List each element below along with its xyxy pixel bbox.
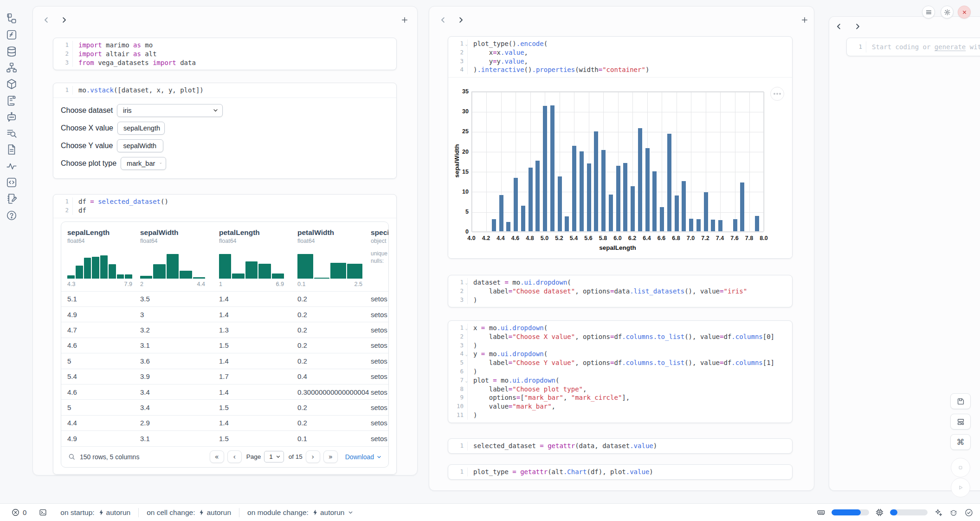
code-line[interactable]: 1⌄x = mo.ui.dropdown( [448,324,792,332]
code-line[interactable]: 1⌄dataset = mo.ui.dropdown( [448,278,792,287]
chevron-right-icon[interactable] [60,16,68,24]
chart-bar[interactable] [755,216,759,231]
check-circle-icon[interactable] [964,508,974,517]
document-icon[interactable] [6,143,18,156]
chart-bar[interactable] [616,166,620,232]
add-cell-plus-icon[interactable] [400,16,409,24]
chart-bar[interactable] [499,195,503,232]
table-row[interactable]: 4.42.91.40.2setos [61,415,388,430]
scratchpad-icon[interactable] [6,193,18,205]
code-line[interactable]: 9 options=["mark_bar", "mark_circle"], [448,393,792,402]
chart-bar[interactable] [558,176,562,231]
table-row[interactable]: 5.43.91.70.4setos [61,369,388,384]
chart-bar[interactable] [601,150,606,231]
activity-icon[interactable] [6,160,18,172]
last-page-button[interactable]: » [323,450,338,463]
stop-button[interactable] [951,458,970,477]
snippets-icon[interactable] [6,176,18,189]
code-line[interactable]: 3from vega_datasets import data [53,59,396,67]
choose-dataset-select[interactable]: iris [117,104,223,117]
chart-bar[interactable] [543,106,547,231]
code-line[interactable]: 10 value="mark_bar", [448,402,792,411]
on-cell-change-setting[interactable]: on cell change: autorun [147,508,231,517]
chart-bar[interactable] [492,219,496,231]
column-header-sepalLength[interactable]: sepalLengthfloat644.37.9 [67,228,140,287]
chart-bar[interactable] [696,219,701,231]
code-line[interactable]: 1selected_dataset = getattr(data, datase… [448,442,792,450]
fold-chevron-icon[interactable]: ⌄ [465,279,468,287]
chevron-left-icon[interactable] [42,16,51,24]
help-icon[interactable] [6,209,18,221]
code-line[interactable]: 3) [448,296,792,305]
chart-bar[interactable] [667,134,671,232]
chart-bar[interactable] [587,163,591,231]
table-row[interactable]: 4.63.11.50.2setos [61,338,388,353]
code-line[interactable]: 1import marimo as mo [53,41,396,50]
choose-x-value-select[interactable]: sepalLength [117,122,165,135]
code-line[interactable]: 8 label="Choose plot type", [448,385,792,394]
column-header-species[interactable]: speciesobjectuniquenulls: [371,228,388,287]
fold-chevron-icon[interactable]: ⌄ [465,324,468,333]
table-row[interactable]: 4.931.40.2setos [61,306,388,322]
cell-dataset-dropdown[interactable]: 1⌄dataset = mo.ui.dropdown(2 label="Choo… [448,275,793,307]
code-line[interactable]: 1df = selected_dataset() [53,197,396,206]
code-line[interactable]: 1plot_type = getattr(alt.Chart(df), plot… [448,468,792,476]
chart-bar[interactable] [638,128,642,232]
code-line[interactable]: 3) [448,341,792,350]
choose-plot-type-select[interactable]: mark_bar [121,157,166,170]
table-row[interactable]: 4.63.41.40.30000000000000004setos [61,384,388,399]
chart-bar[interactable] [565,216,569,231]
add-cell-plus-icon[interactable] [800,16,809,24]
first-page-button[interactable]: « [210,450,224,463]
column-header-petalLength[interactable]: petalLengthfloat6416.9 [219,228,297,287]
code-line[interactable]: 2import altair as alt [53,50,396,59]
on-startup-setting[interactable]: on startup: autorun [60,508,130,517]
chart-bar[interactable] [631,186,635,232]
chart-bar[interactable] [623,163,627,232]
fold-chevron-icon[interactable]: ⌄ [465,350,468,359]
cell-xy-plot-dropdowns[interactable]: 1⌄x = mo.ui.dropdown(2 label="Choose X v… [448,320,793,423]
code-line[interactable]: 4).interactive().properties(width="conta… [448,65,792,74]
chart-bar[interactable] [682,181,686,231]
chart-bar[interactable] [740,182,744,231]
page-select[interactable]: 1 [264,451,284,462]
file-tree-icon[interactable] [6,13,18,25]
chart-bar[interactable] [572,146,576,232]
table-row[interactable]: 53.61.40.2setos [61,353,388,368]
table-row[interactable]: 53.41.50.2setos [61,399,388,415]
code-line[interactable]: 3 y=y.value, [448,57,792,66]
sparkles-icon[interactable] [934,508,943,517]
chart-bar[interactable] [535,161,540,232]
menu-button[interactable] [922,6,935,19]
code-line[interactable]: 1mo.vstack([dataset, x, y, plot]) [53,86,396,95]
chart-bar[interactable] [704,192,708,232]
chevron-left-icon[interactable] [439,16,447,24]
chart-bar[interactable] [521,206,525,231]
settings-button[interactable] [941,6,954,19]
terminal-button[interactable] [39,508,47,517]
save-button[interactable] [950,393,971,409]
chart-bar[interactable] [609,195,613,231]
generate-link[interactable]: generate [935,43,966,51]
fold-chevron-icon[interactable]: ⌄ [465,377,468,385]
chart-bar[interactable] [660,207,664,231]
chart-bar[interactable] [652,171,657,231]
code-line[interactable]: 2 label="Choose dataset", options=data.l… [448,287,792,296]
function-icon[interactable] [6,29,18,41]
on-module-change-setting[interactable]: on module change: autorun [247,508,354,517]
cell-imports[interactable]: 1import marimo as mo2import altair as al… [53,38,397,70]
cell-plot-type[interactable]: 1plot_type = getattr(alt.Chart(df), plot… [448,464,793,480]
cell-dataframe[interactable]: 1df = selected_dataset()2df sepalLengthf… [53,194,397,475]
code-line[interactable]: 2df [53,206,396,215]
chart-bar[interactable] [550,105,554,231]
scratchpad-editor[interactable]: 1 Start coding or generate with [846,38,980,56]
table-row[interactable]: 4.73.21.30.2setos [61,322,388,337]
cell-plot[interactable]: 1⌄plot_type().encode(2 x=x.value,3 y=y.v… [448,36,793,259]
table-row[interactable]: 4.93.11.50.1setos [61,430,388,446]
chart-bar[interactable] [689,219,693,232]
code-line[interactable]: 5 label="Choose Y value", options=df.col… [448,358,792,367]
search-icon[interactable] [68,453,76,461]
code-line[interactable]: 2 label="Choose X value", options=df.col… [448,332,792,341]
chart-bar[interactable] [580,151,584,232]
chart-bar[interactable] [506,222,510,231]
